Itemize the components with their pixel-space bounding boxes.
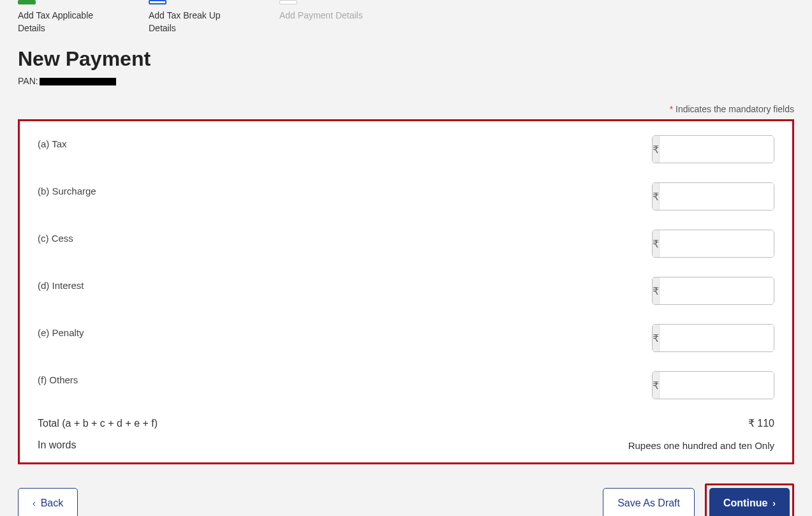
- chevron-right-icon: ›: [772, 498, 776, 508]
- step-label: Add Tax Break Up Details: [149, 10, 244, 34]
- rupee-icon: ₹: [653, 277, 660, 304]
- row-others: (f) Others ₹: [38, 371, 774, 399]
- label-penalty: (e) Penalty: [38, 324, 84, 338]
- rupee-icon: ₹: [653, 372, 660, 399]
- back-button[interactable]: ‹ Back: [18, 488, 78, 516]
- others-input[interactable]: [660, 372, 774, 399]
- step-indicator-current-icon: [149, 0, 166, 4]
- page-title: New Payment: [18, 47, 794, 71]
- rupee-icon: ₹: [653, 325, 660, 351]
- label-others: (f) Others: [38, 371, 78, 385]
- save-draft-label: Save As Draft: [617, 498, 680, 509]
- input-group-penalty: ₹: [652, 324, 774, 352]
- row-penalty: (e) Penalty ₹: [38, 324, 774, 352]
- action-bar: ‹ Back Save As Draft Continue ›: [18, 483, 794, 516]
- penalty-input[interactable]: [660, 325, 774, 351]
- step-label: Add Payment Details: [279, 10, 375, 22]
- interest-input[interactable]: [660, 277, 774, 304]
- step-indicator-upcoming-icon: [279, 0, 297, 4]
- continue-highlight: Continue ›: [705, 483, 794, 516]
- label-tax: (a) Tax: [38, 135, 67, 149]
- row-cess: (c) Cess ₹: [38, 230, 774, 258]
- label-surcharge: (b) Surcharge: [38, 182, 96, 196]
- rupee-icon: ₹: [653, 136, 660, 163]
- input-group-surcharge: ₹: [652, 182, 774, 210]
- tax-breakup-panel: (a) Tax ₹ (b) Surcharge ₹ (c) Cess ₹ (d)…: [18, 119, 794, 464]
- surcharge-input[interactable]: [660, 183, 774, 210]
- pan-label: PAN:: [18, 76, 38, 86]
- chevron-left-icon: ‹: [33, 498, 36, 508]
- input-group-others: ₹: [652, 371, 774, 399]
- words-row: In words Rupees one hundred and ten Only: [38, 439, 774, 451]
- label-cess: (c) Cess: [38, 230, 73, 244]
- input-group-cess: ₹: [652, 230, 774, 258]
- total-label: Total (a + b + c + d + e + f): [38, 418, 158, 429]
- step-payment-details: Add Payment Details: [279, 0, 375, 34]
- step-tax-breakup[interactable]: Add Tax Break Up Details: [149, 0, 244, 34]
- mandatory-text: Indicates the mandatory fields: [675, 104, 794, 114]
- row-tax: (a) Tax ₹: [38, 135, 774, 163]
- mandatory-note: * Indicates the mandatory fields: [18, 104, 794, 114]
- rupee-icon: ₹: [653, 230, 660, 257]
- asterisk-icon: *: [670, 104, 673, 114]
- input-group-tax: ₹: [652, 135, 774, 163]
- row-surcharge: (b) Surcharge ₹: [38, 182, 774, 210]
- continue-label: Continue: [723, 498, 767, 509]
- stepper: Add Tax Applicable Details Add Tax Break…: [18, 0, 794, 34]
- total-value: ₹ 110: [748, 417, 774, 429]
- continue-button[interactable]: Continue ›: [709, 488, 790, 516]
- pan-row: PAN:: [18, 76, 794, 86]
- total-row: Total (a + b + c + d + e + f) ₹ 110: [38, 417, 774, 429]
- label-interest: (d) Interest: [38, 277, 84, 291]
- words-value: Rupees one hundred and ten Only: [628, 440, 774, 451]
- words-label: In words: [38, 439, 76, 451]
- row-interest: (d) Interest ₹: [38, 277, 774, 305]
- pan-redacted: [40, 78, 116, 85]
- rupee-icon: ₹: [653, 183, 660, 210]
- input-group-interest: ₹: [652, 277, 774, 305]
- tax-input[interactable]: [660, 136, 774, 163]
- back-label: Back: [41, 498, 64, 509]
- save-draft-button[interactable]: Save As Draft: [603, 488, 695, 516]
- step-label: Add Tax Applicable Details: [18, 10, 114, 34]
- cess-input[interactable]: [660, 230, 774, 257]
- step-indicator-complete-icon: [18, 0, 36, 4]
- step-tax-applicable[interactable]: Add Tax Applicable Details: [18, 0, 114, 34]
